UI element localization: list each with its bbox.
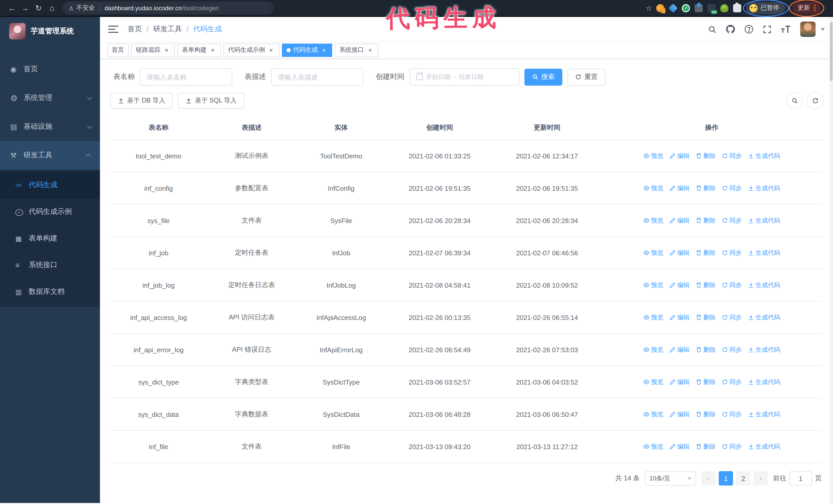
tab-close-icon[interactable]: [366, 46, 374, 54]
edit-link[interactable]: 编辑: [669, 184, 689, 193]
delete-link[interactable]: 删除: [696, 313, 716, 322]
preview-link[interactable]: 预览: [643, 248, 663, 257]
tab[interactable]: 首页: [107, 43, 129, 57]
sync-link[interactable]: 同步: [722, 248, 742, 257]
edit-link[interactable]: 编辑: [669, 281, 689, 289]
sidebar-subitem[interactable]: 代码生成: [0, 172, 100, 198]
edit-link[interactable]: 编辑: [669, 248, 689, 257]
extensions-puzzle-icon[interactable]: [733, 4, 741, 12]
browser-menu-kebab-icon[interactable]: [814, 5, 815, 11]
page-number-button[interactable]: 2: [736, 471, 751, 485]
edit-link[interactable]: 编辑: [669, 410, 689, 418]
sync-link[interactable]: 同步: [722, 151, 742, 160]
sidebar-item[interactable]: 研发工具: [0, 141, 100, 170]
fullscreen-icon[interactable]: [763, 25, 771, 33]
generate-code-link[interactable]: 生成代码: [748, 248, 780, 257]
tab[interactable]: 表单构建: [177, 43, 221, 57]
sync-link[interactable]: 同步: [722, 442, 742, 451]
delete-link[interactable]: 删除: [696, 378, 716, 386]
browser-back-icon[interactable]: [5, 1, 19, 15]
edit-link[interactable]: 编辑: [669, 151, 689, 160]
sync-link[interactable]: 同步: [722, 410, 742, 418]
delete-link[interactable]: 删除: [696, 184, 716, 193]
security-label[interactable]: 不安全: [76, 4, 95, 12]
next-page-button[interactable]: [754, 471, 768, 485]
sidebar-subitem[interactable]: 系统接口: [0, 252, 100, 279]
delete-link[interactable]: 删除: [696, 442, 716, 451]
page-number-button[interactable]: 1: [719, 471, 733, 485]
delete-link[interactable]: 删除: [696, 410, 716, 418]
goto-page-input[interactable]: [789, 471, 812, 485]
generate-code-link[interactable]: 生成代码: [748, 313, 780, 322]
preview-link[interactable]: 预览: [643, 410, 663, 418]
browser-reload-icon[interactable]: [32, 1, 45, 15]
sidebar-item[interactable]: 系统管理: [0, 83, 100, 112]
sidebar-item[interactable]: 首页: [0, 55, 100, 83]
extension-icon-gem[interactable]: [668, 3, 678, 13]
sync-link[interactable]: 同步: [722, 184, 742, 193]
preview-link[interactable]: 预览: [643, 313, 663, 322]
bookmark-star-icon[interactable]: [646, 4, 652, 12]
generate-code-link[interactable]: 生成代码: [748, 410, 780, 418]
extension-icon-orange[interactable]: [656, 4, 664, 12]
preview-link[interactable]: 预览: [643, 184, 663, 193]
preview-link[interactable]: 预览: [643, 151, 663, 160]
generate-code-link[interactable]: 生成代码: [748, 151, 780, 160]
sync-link[interactable]: 同步: [722, 378, 742, 386]
preview-link[interactable]: 预览: [643, 216, 663, 225]
date-range-picker[interactable]: 开始日期 - 结束日期: [410, 68, 519, 86]
browser-update-button[interactable]: 更新: [792, 2, 821, 14]
sync-link[interactable]: 同步: [722, 216, 742, 225]
tab-close-icon[interactable]: [163, 46, 170, 54]
tab[interactable]: 系统接口: [335, 43, 378, 57]
search-icon[interactable]: [708, 25, 717, 33]
preview-link[interactable]: 预览: [643, 442, 663, 451]
tab[interactable]: 链路追踪: [131, 43, 175, 57]
prev-page-button[interactable]: [701, 471, 716, 485]
edit-link[interactable]: 编辑: [669, 313, 689, 322]
sidebar-item[interactable]: 基础设施: [0, 112, 100, 141]
extension-icon-grid[interactable]: [695, 4, 703, 12]
import-db-button[interactable]: 基于 DB 导入: [110, 93, 173, 109]
start-date-placeholder[interactable]: 开始日期: [426, 73, 451, 81]
edit-link[interactable]: 编辑: [669, 442, 689, 451]
extension-icon-on-switch[interactable]: [708, 4, 716, 12]
delete-link[interactable]: 删除: [696, 151, 716, 160]
tab-close-icon[interactable]: [268, 46, 275, 54]
github-icon[interactable]: [726, 25, 735, 34]
hamburger-icon[interactable]: [108, 26, 118, 33]
extension-icon-green-check[interactable]: [682, 4, 690, 12]
tab-close-icon[interactable]: [209, 46, 216, 54]
extension-icon-person[interactable]: [720, 4, 729, 12]
table-desc-input[interactable]: [278, 73, 357, 81]
generate-code-link[interactable]: 生成代码: [748, 442, 780, 451]
search-button[interactable]: 搜索: [524, 68, 562, 86]
sync-link[interactable]: 同步: [722, 313, 742, 322]
browser-home-icon[interactable]: [45, 1, 58, 15]
edit-link[interactable]: 编辑: [669, 378, 689, 386]
avatar-caret-icon[interactable]: [821, 28, 825, 30]
user-avatar[interactable]: [800, 22, 815, 37]
browser-forward-icon[interactable]: [19, 1, 32, 15]
tab[interactable]: 代码生成: [282, 43, 332, 57]
table-name-input[interactable]: [147, 73, 225, 81]
delete-link[interactable]: 删除: [696, 281, 716, 289]
sync-link[interactable]: 同步: [722, 345, 742, 354]
preview-link[interactable]: 预览: [643, 345, 663, 354]
generate-code-link[interactable]: 生成代码: [748, 281, 780, 289]
sidebar-logo[interactable]: 芋道管理系统: [0, 17, 100, 46]
tab-close-icon[interactable]: [320, 46, 328, 54]
sync-link[interactable]: 同步: [722, 281, 742, 289]
delete-link[interactable]: 删除: [696, 248, 716, 257]
generate-code-link[interactable]: 生成代码: [748, 216, 780, 225]
breadcrumb-home[interactable]: 首页: [128, 25, 142, 34]
delete-link[interactable]: 删除: [696, 345, 716, 354]
scrollbar-thumb[interactable]: [830, 22, 832, 81]
sidebar-subitem[interactable]: 代码生成示例: [0, 198, 100, 225]
sidebar-subitem[interactable]: 表单构建: [0, 225, 100, 252]
page-size-select[interactable]: 10条/页: [645, 471, 696, 485]
refresh-table-icon[interactable]: [807, 93, 823, 108]
edit-link[interactable]: 编辑: [669, 345, 689, 354]
font-size-icon[interactable]: [781, 25, 791, 33]
reset-button[interactable]: 重置: [568, 68, 605, 86]
